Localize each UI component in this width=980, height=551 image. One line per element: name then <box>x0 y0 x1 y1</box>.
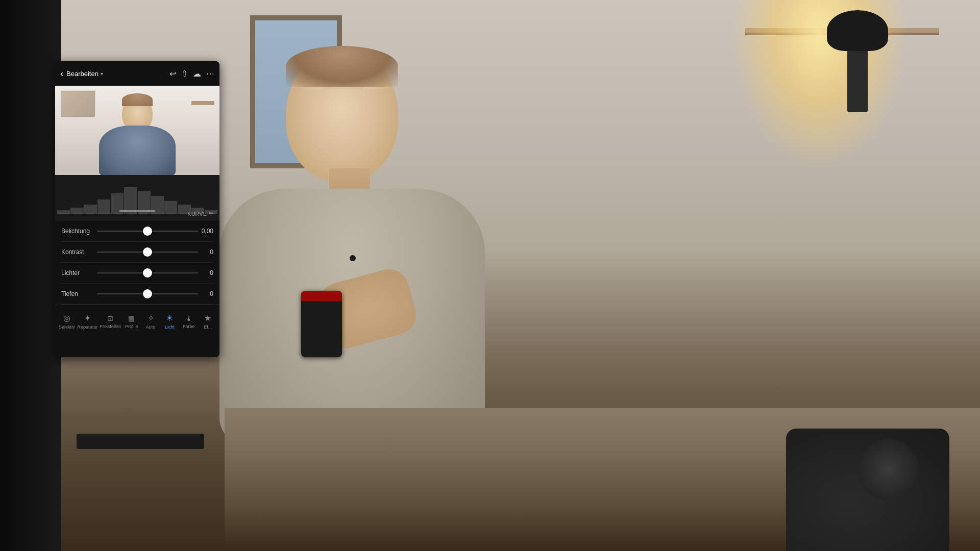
title-dropdown[interactable]: Bearbeiten ▾ <box>66 70 103 78</box>
reparatur-icon: ✦ <box>84 313 91 323</box>
slider-thumb-belichtung <box>143 227 152 236</box>
phone-panel: ‹ Bearbeiten ▾ ↩ ⇧ ☁ ⋯ <box>55 61 219 357</box>
nav-label-selektiv: Selektiv <box>59 324 75 330</box>
cloud-button[interactable]: ☁ <box>193 69 201 79</box>
tone-curve-line <box>119 210 155 212</box>
nav-item-selektiv[interactable]: ◎ Selektiv <box>57 310 76 333</box>
nav-item-reparatur[interactable]: ✦ Reparatur <box>76 310 99 333</box>
slider-track-bar-lichter <box>97 272 198 273</box>
preview-shelf <box>191 101 214 105</box>
farbe-icon: 🌡 <box>185 314 192 322</box>
slider-label-belichtung: Belichtung <box>61 228 97 235</box>
slider-row-tiefen: Tiefen 0 <box>61 284 213 305</box>
phone-in-hand <box>301 291 342 357</box>
slider-track-bar-belichtung <box>97 231 198 232</box>
slider-track-belichtung[interactable] <box>97 226 198 236</box>
back-button[interactable]: ‹ <box>60 68 63 79</box>
auto-icon: ✧ <box>148 313 154 323</box>
panel-title: Bearbeiten <box>66 70 99 78</box>
more-button[interactable]: ⋯ <box>206 69 214 79</box>
slider-value-belichtung: 0,00 <box>198 228 213 235</box>
kurve-edit-icon: ✏ <box>209 210 213 217</box>
camera-lens <box>857 439 919 500</box>
lamp-shade <box>827 10 888 51</box>
nav-label-auto: Auto <box>146 324 156 330</box>
nav-item-farbe[interactable]: 🌡 Farbe <box>179 311 198 332</box>
slider-row-lichter: Lichter 0 <box>61 263 213 284</box>
slider-track-bar-tiefen <box>97 293 198 294</box>
top-bar-left: ‹ Bearbeiten ▾ <box>60 68 103 79</box>
slider-track-bar-kontrast <box>97 252 198 253</box>
bottom-nav: ◎ Selektiv ✦ Reparatur ⊡ Freistellen ▤ P… <box>55 305 219 338</box>
nav-item-effekte[interactable]: ★ Ef... <box>199 310 217 333</box>
licht-icon: ☀ <box>166 313 173 323</box>
kurve-text: KURVE <box>187 211 207 217</box>
slider-label-lichter: Lichter <box>61 269 97 277</box>
nav-item-licht[interactable]: ☀ Licht <box>160 310 179 333</box>
slider-value-kontrast: 0 <box>198 248 213 256</box>
nav-label-effekte: Ef... <box>204 324 212 330</box>
slider-value-tiefen: 0 <box>198 290 213 297</box>
slider-thumb-kontrast <box>143 247 152 257</box>
preview-person-hair <box>122 93 153 106</box>
nav-label-profile: Profile <box>125 324 138 329</box>
top-bar: ‹ Bearbeiten ▾ ↩ ⇧ ☁ ⋯ <box>55 61 219 86</box>
profile-icon: ▤ <box>128 314 135 322</box>
slider-label-kontrast: Kontrast <box>61 248 97 256</box>
effekte-icon: ★ <box>204 313 211 323</box>
preview-person-body <box>99 126 176 175</box>
slider-thumb-tiefen <box>143 289 152 298</box>
undo-button[interactable]: ↩ <box>169 69 176 79</box>
slider-value-lichter: 0 <box>198 269 213 277</box>
left-edge <box>0 0 61 551</box>
top-bar-right: ↩ ⇧ ☁ ⋯ <box>169 69 214 79</box>
nav-label-licht: Licht <box>165 324 175 330</box>
slider-label-tiefen: Tiefen <box>61 290 97 297</box>
share-button[interactable]: ⇧ <box>181 69 188 79</box>
person-hair <box>286 46 398 87</box>
slider-row-kontrast: Kontrast 0 <box>61 242 213 263</box>
selektiv-icon: ◎ <box>63 313 70 323</box>
photo-in-photo <box>60 90 96 118</box>
sliders-section: Belichtung 0,00 Kontrast 0 Lichter <box>55 221 219 305</box>
kurve-label: KURVE ✏ <box>187 210 213 217</box>
freistellen-icon: ⊡ <box>107 314 113 322</box>
slider-thumb-lichter <box>143 268 152 278</box>
microphone <box>350 255 356 261</box>
nav-label-reparatur: Reparatur <box>77 324 97 330</box>
dropdown-arrow-icon: ▾ <box>101 71 103 77</box>
nav-label-freistellen: Freistellen <box>100 324 121 329</box>
keyboard <box>77 434 204 449</box>
nav-item-auto[interactable]: ✧ Auto <box>141 310 160 333</box>
slider-track-tiefen[interactable] <box>97 289 198 299</box>
histogram-area: KURVE ✏ <box>55 175 219 221</box>
slider-row-belichtung: Belichtung 0,00 <box>61 221 213 242</box>
slider-track-lichter[interactable] <box>97 268 198 278</box>
nav-item-freistellen[interactable]: ⊡ Freistellen <box>99 311 122 332</box>
nav-item-profile[interactable]: ▤ Profile <box>122 311 141 332</box>
slider-track-kontrast[interactable] <box>97 247 198 257</box>
nav-label-farbe: Farbe <box>183 324 195 329</box>
photo-preview <box>55 86 219 175</box>
